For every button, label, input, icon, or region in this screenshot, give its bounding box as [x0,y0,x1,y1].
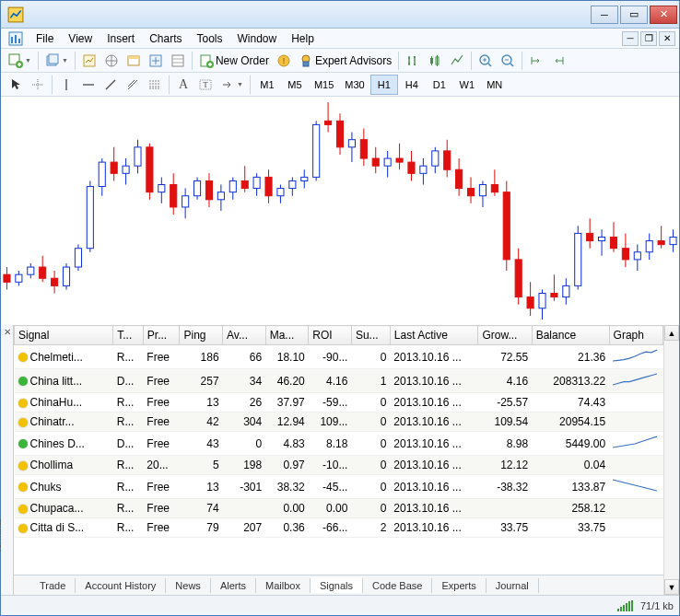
tab-mailbox[interactable]: Mailbox [256,578,311,593]
arrows-button[interactable]: ▼ [217,75,247,95]
col-header[interactable]: Ma... [265,326,309,345]
line-chart-button[interactable] [446,51,468,71]
timeframe-m1[interactable]: M1 [253,75,281,95]
chart-shift-button[interactable] [547,51,569,71]
svg-rect-58 [182,196,189,207]
navigator-button[interactable] [100,51,123,71]
maximize-button[interactable]: ▭ [620,6,648,24]
cursor-button[interactable] [5,75,27,95]
text-label-button[interactable]: T [194,75,217,95]
chart-window-icon [8,31,23,46]
grid-scrollbar[interactable]: ▲ ▼ [663,325,679,595]
svg-rect-114 [515,260,522,297]
text-button[interactable]: A [172,75,194,95]
menu-window[interactable]: Window [230,30,285,47]
svg-rect-102 [444,151,451,169]
table-row[interactable]: Chinatr...R...Free4230412.94109...02013.… [15,413,663,432]
menu-file[interactable]: File [29,30,61,47]
expert-advisors-button[interactable]: Expert Advisors [295,51,395,71]
svg-rect-96 [408,162,415,173]
col-header[interactable]: Last Active [390,326,478,345]
timeframe-m15[interactable]: M15 [309,75,339,95]
tab-alerts[interactable]: Alerts [211,578,256,593]
col-header[interactable]: T... [113,326,144,345]
scroll-up-button[interactable]: ▲ [664,325,679,341]
statusbar: 71/1 kb [1,595,679,615]
timeframe-mn[interactable]: MN [481,75,509,95]
new-order-button[interactable]: New Order [195,51,273,71]
terminal-close-button[interactable]: ✕ [1,325,14,595]
svg-rect-84 [336,121,343,146]
timeframe-m5[interactable]: M5 [281,75,309,95]
zoom-in-button[interactable] [475,51,497,71]
menu-charts[interactable]: Charts [142,30,189,47]
zoom-out-button[interactable] [497,51,519,71]
vertical-line-button[interactable] [55,75,77,95]
minimize-button[interactable]: ─ [591,6,618,24]
horizontal-line-button[interactable] [77,75,100,95]
col-header[interactable]: Su... [351,326,390,345]
child-restore[interactable]: ❐ [640,31,657,46]
crosshair-button[interactable] [27,75,49,95]
table-row[interactable]: ChinaHu...R...Free132637.97-59...02013.1… [15,393,663,413]
svg-rect-72 [265,177,272,195]
table-row[interactable]: Citta di S...R...Free792070.36-66...2201… [15,518,663,538]
col-header[interactable]: Pr... [143,326,180,345]
timeframe-d1[interactable]: D1 [426,75,453,95]
col-header[interactable]: Ping [180,326,223,345]
candlestick-button[interactable] [424,51,446,71]
svg-rect-104 [456,169,463,188]
table-row[interactable]: Chelmeti...R...Free1866618.10-90...02013… [15,345,663,369]
menu-view[interactable]: View [61,30,100,47]
autoscroll-button[interactable] [525,51,547,71]
tab-signals[interactable]: Signals [311,577,363,593]
col-header[interactable]: Grow... [478,326,532,345]
col-header[interactable]: Signal [15,326,113,345]
timeframe-m30[interactable]: M30 [339,75,369,95]
tab-journal[interactable]: Journal [487,578,539,593]
tab-trade[interactable]: Trade [30,578,76,593]
profiles-button[interactable]: ▼ [41,51,72,71]
child-minimize[interactable]: ─ [622,31,639,46]
close-button[interactable]: ✕ [650,6,677,24]
market-watch-button[interactable] [78,51,100,71]
bar-chart-button[interactable] [402,51,424,71]
table-row[interactable]: ChuksR...Free13-30138.32-45...02013.10.1… [15,475,663,499]
child-close[interactable]: ✕ [659,31,675,46]
col-header[interactable]: ROI [309,326,352,345]
menu-help[interactable]: Help [284,30,322,47]
table-row[interactable]: China litt...D...Free2573446.204.1612013… [15,369,663,393]
timeframe-h1[interactable]: H1 [370,75,398,95]
svg-rect-62 [205,180,212,199]
new-chart-button[interactable]: ▼ [5,51,35,71]
tab-experts[interactable]: Experts [432,578,486,593]
data-window-button[interactable] [167,51,189,71]
chart-panel[interactable] [1,97,679,325]
col-header[interactable]: Av... [223,326,266,345]
svg-rect-3 [15,35,17,43]
terminal-side-label: Terminal [0,518,3,553]
equidistant-button[interactable] [122,75,144,95]
terminal-button[interactable] [123,51,145,71]
table-row[interactable]: Chines D...D...Free4304.838.1802013.10.1… [15,432,663,456]
signals-grid[interactable]: SignalT...Pr...PingAv...Ma...ROISu...Las… [14,325,663,575]
tab-account-history[interactable]: Account History [76,578,166,593]
svg-text:!: ! [283,56,286,65]
table-row[interactable]: ChollimaR...20...51980.97-10...02013.10.… [15,456,663,475]
menu-insert[interactable]: Insert [100,30,142,47]
fibonacci-button[interactable] [144,75,166,95]
strategy-tester-button[interactable] [145,51,167,71]
terminal-tabs: TradeAccount HistoryNewsAlertsMailboxSig… [14,575,663,595]
scroll-down-button[interactable]: ▼ [664,579,679,595]
tab-news[interactable]: News [166,578,211,593]
meta-quotes-button[interactable]: ! [273,51,295,71]
svg-rect-44 [99,162,105,186]
col-header[interactable]: Graph [609,326,662,345]
col-header[interactable]: Balance [532,326,609,345]
tab-code-base[interactable]: Code Base [363,578,432,593]
timeframe-w1[interactable]: W1 [453,75,481,95]
timeframe-h4[interactable]: H4 [398,75,426,95]
menu-tools[interactable]: Tools [190,30,230,47]
trendline-button[interactable] [100,75,122,95]
table-row[interactable]: Chupaca...R...Free740.000.0002013.10.16 … [15,499,663,518]
